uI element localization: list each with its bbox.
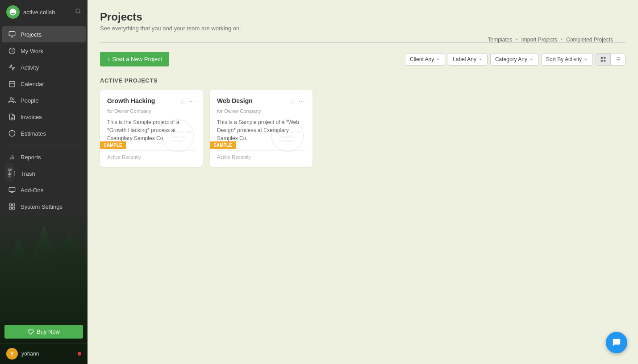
- grid-icon: [600, 56, 606, 62]
- sidebar-item-reports-label: Reports: [21, 154, 41, 161]
- svg-rect-28: [604, 57, 605, 58]
- svg-rect-30: [601, 60, 603, 62]
- svg-text:SAMPLE: SAMPLE: [170, 135, 185, 139]
- page-top: Projects See everything that you and you…: [100, 11, 625, 37]
- svg-rect-3: [9, 32, 15, 36]
- filter-controls: Client Any Label Any Category Any Sort B…: [405, 53, 625, 66]
- sidebar: active.collab Projects My Work: [0, 0, 88, 364]
- svg-rect-25: [13, 207, 15, 209]
- client-chevron-icon: [436, 57, 440, 62]
- sidebar-item-system-settings[interactable]: System Settings: [2, 199, 86, 215]
- estimates-icon: [8, 129, 16, 137]
- app-name-label: active.collab: [23, 9, 55, 16]
- list-view-button[interactable]: [610, 54, 625, 65]
- new-project-button[interactable]: + Start a New Project: [100, 52, 169, 66]
- import-projects-link[interactable]: Import Projects: [521, 37, 557, 43]
- help-label: Help: [7, 167, 12, 178]
- category-filter[interactable]: Category Any: [490, 53, 538, 66]
- page-subtitle: See everything that you and your team ar…: [100, 25, 625, 32]
- people-icon: [8, 96, 16, 104]
- projects-grid: Growth Hacking ☆ ··· for Owner Company T…: [100, 90, 625, 167]
- sidebar-item-reports[interactable]: Reports: [2, 149, 86, 165]
- svg-point-11: [10, 98, 12, 100]
- category-filter-label: Category Any: [495, 56, 527, 62]
- sample-stamp-2: ACTIVECOLLAB SAMPLE PROJECT: [270, 118, 305, 153]
- my-work-icon: [8, 47, 16, 55]
- svg-text:ACTIVECOLLAB: ACTIVECOLLAB: [274, 130, 302, 134]
- svg-text:PROJECT: PROJECT: [169, 139, 186, 143]
- sidebar-item-people[interactable]: People: [2, 92, 86, 108]
- card-actions-1: ☆ ···: [179, 97, 196, 106]
- sidebar-header: active.collab: [0, 0, 88, 24]
- svg-rect-7: [9, 82, 15, 87]
- sidebar-item-projects[interactable]: Projects: [2, 26, 86, 42]
- project-name-2: Web Design: [217, 97, 289, 104]
- svg-text:PROJECT: PROJECT: [279, 139, 296, 143]
- app-logo[interactable]: [6, 5, 20, 19]
- label-filter[interactable]: Label Any: [448, 53, 488, 66]
- sort-chevron-icon: [584, 57, 588, 62]
- sort-button[interactable]: Sort By Activity: [541, 53, 593, 66]
- buy-now-button[interactable]: Buy Now: [4, 325, 83, 339]
- sep1: •: [516, 37, 517, 43]
- sample-stamp-1: ACTIVECOLLAB SAMPLE PROJECT: [160, 118, 196, 153]
- sep2: •: [561, 37, 563, 43]
- sidebar-item-trash[interactable]: Trash: [2, 165, 86, 182]
- sidebar-item-estimates[interactable]: Estimates: [2, 125, 86, 141]
- project-card-growth-hacking[interactable]: Growth Hacking ☆ ··· for Owner Company T…: [100, 90, 203, 167]
- svg-rect-26: [9, 207, 12, 209]
- sample-badge-2: SAMPLE: [210, 141, 236, 149]
- reports-icon: [8, 153, 16, 161]
- user-status-indicator: [78, 352, 81, 356]
- page-header: Projects See everything that you and you…: [100, 11, 625, 32]
- svg-text:ACTIVECOLLAB: ACTIVECOLLAB: [164, 130, 192, 134]
- sidebar-item-calendar-label: Calendar: [21, 81, 44, 87]
- client-filter[interactable]: Client Any: [405, 53, 445, 66]
- toolbar: + Start a New Project Client Any Label A…: [100, 52, 625, 66]
- star-button-2[interactable]: ☆: [289, 97, 296, 106]
- header-links: Templates • Import Projects • Completed …: [488, 37, 613, 43]
- card-actions-2: ☆ ···: [289, 97, 305, 106]
- label-chevron-icon: [478, 57, 483, 62]
- card-company-1: for Owner Company: [107, 108, 196, 114]
- completed-projects-link[interactable]: Completed Projects: [566, 37, 613, 43]
- svg-point-1: [76, 9, 80, 13]
- project-name-1: Growth Hacking: [107, 97, 179, 104]
- sidebar-footer: Y yohann: [0, 343, 88, 364]
- project-card-web-design[interactable]: Web Design ☆ ··· for Owner Company This …: [210, 90, 313, 167]
- sidebar-item-people-label: People: [21, 97, 38, 104]
- help-tab[interactable]: Help: [5, 163, 14, 182]
- card-header-1: Growth Hacking ☆ ···: [107, 97, 196, 106]
- user-avatar[interactable]: Y: [6, 348, 18, 360]
- star-button-1[interactable]: ☆: [179, 97, 186, 106]
- sidebar-item-my-work[interactable]: My Work: [2, 43, 86, 59]
- svg-rect-29: [604, 60, 605, 62]
- main-content: Projects See everything that you and you…: [88, 0, 638, 364]
- sidebar-item-add-ons-label: Add-Ons: [21, 187, 43, 194]
- sidebar-item-system-settings-label: System Settings: [21, 203, 63, 210]
- active-projects-heading: Active Projects: [100, 77, 625, 84]
- svg-line-2: [79, 12, 81, 14]
- page-title: Projects: [100, 11, 625, 23]
- more-button-1[interactable]: ···: [188, 98, 196, 106]
- svg-rect-24: [13, 204, 15, 206]
- projects-icon: [8, 30, 16, 38]
- sidebar-item-invoices[interactable]: Invoices: [2, 109, 86, 125]
- buy-now-label: Buy Now: [37, 328, 60, 335]
- sidebar-item-add-ons[interactable]: Add-Ons: [2, 182, 86, 198]
- sidebar-item-calendar[interactable]: Calendar: [2, 76, 86, 92]
- search-icon[interactable]: [75, 8, 81, 16]
- svg-text:SAMPLE: SAMPLE: [280, 135, 295, 139]
- more-button-2[interactable]: ···: [298, 98, 305, 106]
- client-filter-label: Client Any: [410, 56, 434, 62]
- grid-view-button[interactable]: [596, 54, 610, 65]
- username-label: yohann: [21, 351, 39, 357]
- card-header-2: Web Design ☆ ···: [217, 97, 305, 106]
- templates-link[interactable]: Templates: [488, 37, 512, 43]
- svg-rect-20: [9, 187, 15, 191]
- sidebar-item-projects-label: Projects: [21, 31, 42, 38]
- svg-rect-27: [601, 57, 603, 58]
- chat-button[interactable]: [606, 332, 627, 353]
- activity-icon: [8, 63, 16, 71]
- sidebar-item-activity[interactable]: Activity: [2, 59, 86, 75]
